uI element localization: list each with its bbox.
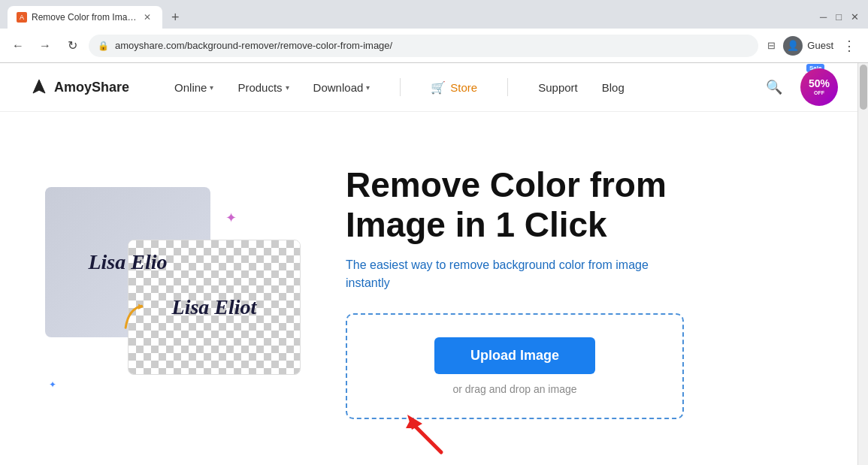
main-content: Lisa Elio Lisa Eliot ✦ ✦ Remove Color fr… (0, 112, 868, 465)
chevron-down-icon: ▾ (286, 83, 289, 92)
tab-favicon: A (17, 12, 27, 23)
upload-area[interactable]: Upload Image or drag and drop an image (346, 313, 684, 419)
profile-icon[interactable]: 👤 (783, 36, 803, 56)
nav-right: 🔍 Sale 50% OFF (766, 68, 838, 106)
chevron-down-icon: ▾ (366, 83, 370, 92)
sale-badge: 50% OFF (800, 68, 838, 106)
logo-text: AmoyShare (54, 80, 129, 95)
back-button[interactable]: ← (8, 35, 29, 56)
site-content: AmoyShare Online ▾ Products ▾ Download ▾… (0, 63, 868, 465)
nav-divider-2 (507, 78, 508, 96)
nav-products[interactable]: Products ▾ (237, 81, 289, 94)
nav-links: Online ▾ Products ▾ Download ▾ 🛒 Store S… (174, 78, 766, 96)
site-nav: AmoyShare Online ▾ Products ▾ Download ▾… (0, 63, 868, 112)
after-text: Lisa Eliot (172, 295, 257, 319)
sparkle-plus-icon: ✦ (225, 210, 237, 226)
url-bar[interactable]: 🔒 amoyshare.com/background-remover/remov… (89, 35, 758, 57)
nav-store[interactable]: 🛒 Store (431, 80, 477, 95)
sidebar-toggle-button[interactable]: ⊟ (764, 37, 779, 54)
nav-online[interactable]: Online ▾ (174, 81, 213, 94)
right-content: Remove Color from Image in 1 Click The e… (346, 165, 823, 420)
sale-off: OFF (814, 90, 824, 96)
logo[interactable]: AmoyShare (30, 78, 129, 96)
browser-menu-button[interactable]: ⋮ (838, 36, 860, 56)
sale-percent: 50% (809, 77, 830, 90)
drag-drop-text: or drag and drop an image (453, 383, 577, 395)
nav-blog[interactable]: Blog (602, 81, 625, 94)
minimize-button[interactable]: ─ (817, 8, 830, 26)
cart-icon: 🛒 (431, 80, 446, 95)
active-tab[interactable]: A Remove Color from Image Insta ✕ (8, 6, 162, 29)
nav-download[interactable]: Download ▾ (313, 81, 370, 94)
nav-divider (400, 78, 401, 96)
logo-icon (30, 78, 48, 96)
main-heading: Remove Color from Image in 1 Click (346, 165, 823, 245)
sale-badge-wrapper[interactable]: Sale 50% OFF (800, 68, 838, 106)
sparkle-small-icon: ✦ (49, 379, 56, 390)
search-button[interactable]: 🔍 (766, 79, 782, 95)
nav-support[interactable]: Support (538, 81, 578, 94)
url-text: amoyshare.com/background-remover/remove-… (115, 40, 749, 51)
before-text: Lisa Elio (88, 250, 167, 274)
forward-button[interactable]: → (35, 35, 56, 56)
new-tab-button[interactable]: + (165, 7, 186, 29)
scrollbar-thumb[interactable] (860, 65, 867, 110)
upload-image-button[interactable]: Upload Image (434, 337, 595, 374)
tab-title: Remove Color from Image Insta (32, 12, 137, 23)
profile-label: Guest (807, 40, 833, 51)
sub-text: The easiest way to remove background col… (346, 256, 661, 292)
lock-icon: 🔒 (98, 41, 109, 51)
refresh-button[interactable]: ↻ (62, 35, 83, 56)
tab-close-button[interactable]: ✕ (141, 11, 153, 23)
red-arrow-pointer (400, 407, 452, 459)
scrollbar-track[interactable] (857, 63, 868, 465)
chevron-down-icon: ▾ (210, 83, 213, 92)
close-window-button[interactable]: ✕ (848, 8, 862, 26)
maximize-button[interactable]: □ (833, 8, 845, 26)
address-bar: ← → ↻ 🔒 amoyshare.com/background-remover… (0, 29, 868, 63)
demo-image-area: Lisa Elio Lisa Eliot ✦ ✦ (45, 180, 301, 405)
profile-area: ⊟ 👤 Guest ⋮ (764, 36, 860, 56)
